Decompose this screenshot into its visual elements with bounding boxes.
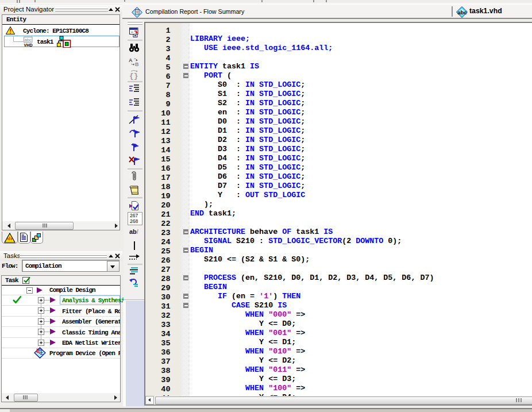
svg-text:abc: abc	[25, 37, 32, 43]
svg-text:{}: {}	[129, 72, 138, 80]
svg-text:B: B	[135, 61, 139, 67]
svg-text:VHD: VHD	[24, 43, 33, 47]
svg-text:abc: abc	[457, 9, 467, 16]
svg-text:A: A	[129, 57, 133, 63]
